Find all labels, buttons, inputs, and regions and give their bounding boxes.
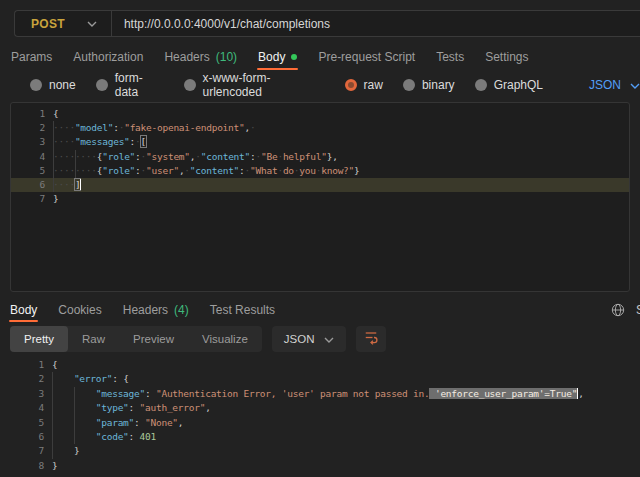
code-line[interactable]: 6 "code": 401 (10, 430, 640, 444)
code-token: "Be (261, 151, 277, 162)
radio-icon (475, 79, 487, 91)
code-token: ···· (53, 136, 75, 147)
radio-x-www-form-urlencoded[interactable]: x-www-form-urlencoded (184, 71, 325, 99)
view-tab-pretty[interactable]: Pretty (10, 326, 68, 352)
tab-label: Authorization (73, 50, 143, 64)
code-token: { (53, 108, 58, 119)
radio-form-data[interactable]: form-data (96, 71, 164, 99)
code-token: 'enforce_user_param'=True" (429, 388, 577, 399)
view-tab-preview[interactable]: Preview (119, 326, 188, 352)
code-line[interactable]: 8} (10, 459, 640, 473)
code-line[interactable]: 7} (11, 192, 629, 206)
code-line-content: "param": "None", (44, 416, 183, 430)
code-token: you (299, 165, 315, 176)
code-line-content: { (45, 107, 58, 121)
radio-graphql[interactable]: GraphQL (475, 78, 543, 92)
text-caret (80, 179, 81, 190)
code-token: "fake-openai-endpoint" (124, 122, 244, 133)
globe-icon[interactable] (611, 303, 625, 317)
code-line[interactable]: 1{ (10, 358, 640, 372)
code-line[interactable]: 5········{"role":·"user",·"content":·"Wh… (11, 164, 629, 178)
line-number: 4 (10, 401, 44, 415)
code-token: } (53, 193, 58, 204)
radio-label: form-data (115, 71, 164, 99)
indent-guide (75, 150, 76, 178)
url-bar: POST http://0.0.0.0:4000/v1/chat/complet… (14, 10, 640, 37)
code-token: "content" (190, 165, 239, 176)
chevron-down-icon (324, 333, 334, 345)
tab-test-results[interactable]: Test Results (210, 298, 275, 322)
tab-label: Pre-request Script (318, 50, 415, 64)
code-line[interactable]: 4 "type": "auth_error", (10, 401, 640, 415)
code-line[interactable]: 1{ (11, 107, 629, 121)
headers-count-badge: (4) (174, 303, 189, 317)
code-token (52, 373, 74, 384)
code-line[interactable]: 3 "message": "Authentication Error, 'use… (10, 387, 640, 401)
response-toolbar: Pretty Raw Preview Visualize JSON (10, 326, 386, 352)
code-line-content: ········{"role":·"user",·"content":·"Wha… (45, 164, 360, 178)
response-tabs: Body Cookies Headers(4) Test Results S (10, 298, 640, 322)
tab-settings[interactable]: Settings (485, 44, 528, 70)
code-token: "code" (96, 431, 129, 442)
radio-label: binary (422, 78, 455, 92)
radio-label: none (49, 78, 76, 92)
code-line[interactable]: 2····"model":·"fake-openai-endpoint",· (11, 121, 629, 135)
code-token: { (52, 359, 57, 370)
code-token: "content" (201, 151, 250, 162)
line-number: 1 (10, 358, 44, 372)
tab-response-headers[interactable]: Headers(4) (123, 298, 189, 322)
response-language-selector[interactable]: JSON (272, 326, 347, 352)
radio-icon (403, 79, 415, 91)
radio-raw[interactable]: raw (345, 78, 383, 92)
request-body-editor[interactable]: 1{2····"model":·"fake-openai-endpoint",·… (10, 102, 630, 292)
wrap-text-button[interactable] (356, 326, 386, 352)
code-token: do (283, 165, 294, 176)
raw-language-selector[interactable]: JSON (589, 78, 640, 92)
tab-pre-request-script[interactable]: Pre-request Script (318, 44, 415, 70)
clipped-status-text: S (636, 303, 640, 317)
radio-binary[interactable]: binary (403, 78, 455, 92)
tab-label: Test Results (210, 303, 275, 317)
tab-authorization[interactable]: Authorization (73, 44, 143, 70)
code-line[interactable]: 6····] (11, 178, 629, 192)
code-token: }, (327, 151, 338, 162)
code-token: : (129, 402, 140, 413)
code-line[interactable]: 7 } (10, 444, 640, 458)
code-line[interactable]: 5 "param": "None", (10, 416, 640, 430)
code-line[interactable]: 2 "error": { (10, 372, 640, 386)
view-tab-visualize[interactable]: Visualize (188, 326, 262, 352)
tab-params[interactable]: Params (11, 44, 52, 70)
tab-response-body[interactable]: Body (10, 298, 37, 322)
code-token: helpful" (283, 151, 327, 162)
code-token: , (578, 388, 583, 399)
method-selector[interactable]: POST (15, 11, 111, 36)
tab-label: Tests (436, 50, 464, 64)
tab-body[interactable]: Body (258, 44, 297, 70)
code-token: · (135, 136, 140, 147)
code-line-content: ····"model":·"fake-openai-endpoint",· (45, 121, 255, 135)
code-line[interactable]: 3····"messages":·[ (11, 135, 629, 149)
code-token: "Authentication Error, 'user' param not … (156, 388, 429, 399)
code-token: know?" (321, 165, 354, 176)
tab-tests[interactable]: Tests (436, 44, 464, 70)
line-number: 7 (10, 444, 44, 458)
view-tab-raw[interactable]: Raw (68, 326, 119, 352)
code-token: "messages" (75, 136, 130, 147)
code-token: , (178, 417, 183, 428)
tab-cookies[interactable]: Cookies (58, 298, 101, 322)
response-body-editor[interactable]: 1{2 "error": {3 "message": "Authenticati… (10, 355, 640, 477)
radio-label: GraphQL (494, 78, 543, 92)
code-line-content: } (44, 444, 79, 458)
radio-none[interactable]: none (30, 78, 76, 92)
code-line[interactable]: 4········{"role":·"system",·"content":·"… (11, 150, 629, 164)
tab-label: Body (10, 303, 37, 317)
request-tabs: Params Authorization Headers(10) Body Pr… (11, 44, 640, 70)
chevron-down-icon (87, 21, 97, 27)
wrap-text-icon (363, 330, 379, 349)
url-input[interactable]: http://0.0.0.0:4000/v1/chat/completions (112, 17, 330, 31)
body-modified-dot (291, 54, 297, 60)
code-line-content: ····] (45, 178, 81, 192)
tab-label: Body (258, 50, 285, 64)
radio-icon (96, 79, 108, 91)
tab-headers[interactable]: Headers(10) (164, 44, 237, 70)
